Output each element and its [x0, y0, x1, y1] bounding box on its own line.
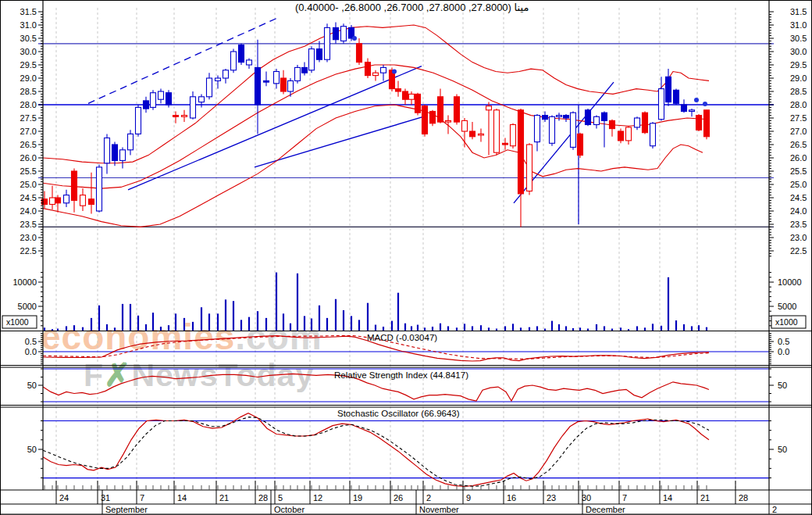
candle — [215, 78, 221, 80]
candle — [704, 110, 710, 137]
svg-text:23: 23 — [547, 493, 556, 502]
svg-text:10000: 10000 — [778, 277, 802, 287]
candle — [89, 199, 94, 205]
svg-text:23.0: 23.0 — [790, 233, 807, 242]
svg-text:27.0: 27.0 — [20, 127, 37, 136]
svg-text:25.5: 25.5 — [790, 166, 807, 176]
svg-text:5000: 5000 — [778, 302, 796, 311]
svg-text:0.0: 0.0 — [778, 347, 789, 356]
svg-text:22.5: 22.5 — [790, 246, 807, 256]
svg-text:24.0: 24.0 — [790, 206, 807, 216]
svg-text:30.5: 30.5 — [20, 34, 37, 43]
svg-text:14: 14 — [663, 493, 672, 502]
candle — [365, 63, 371, 76]
candle — [128, 134, 134, 149]
candle — [602, 113, 607, 120]
candle — [666, 77, 671, 102]
svg-text:2: 2 — [772, 505, 777, 514]
svg-text:23.5: 23.5 — [20, 220, 37, 229]
candle — [264, 80, 269, 82]
axis-ticks — [38, 12, 774, 490]
svg-text:26: 26 — [394, 493, 403, 502]
candle — [341, 27, 347, 41]
svg-text:50: 50 — [27, 381, 37, 390]
svg-text:24.5: 24.5 — [790, 193, 807, 202]
chart-window: economies.com F✗NewsToday 31.531.531.031… — [0, 0, 812, 515]
svg-text:25.5: 25.5 — [20, 166, 37, 176]
candle — [144, 101, 149, 109]
svg-text:29.5: 29.5 — [20, 60, 37, 70]
candle — [166, 93, 172, 105]
svg-text:24.5: 24.5 — [20, 193, 37, 202]
svg-text:0.5: 0.5 — [25, 337, 37, 346]
candle — [274, 72, 280, 84]
svg-text:28.0: 28.0 — [790, 100, 807, 109]
svg-text:December: December — [586, 505, 625, 514]
candle — [288, 80, 294, 91]
candle — [564, 116, 569, 118]
svg-text:29.0: 29.0 — [20, 73, 37, 83]
axis-labels: 31.531.531.031.030.530.530.030.029.529.5… — [12, 7, 807, 454]
candle — [231, 52, 237, 70]
svg-text:9: 9 — [466, 493, 471, 502]
candle — [494, 110, 500, 152]
candle — [594, 116, 600, 124]
candle — [659, 89, 664, 120]
svg-text:50: 50 — [778, 445, 787, 454]
svg-text:30.5: 30.5 — [790, 34, 807, 43]
candle — [635, 118, 640, 127]
candle — [105, 138, 110, 163]
svg-text:22.5: 22.5 — [20, 246, 37, 256]
svg-text:x1000: x1000 — [775, 317, 798, 327]
candle — [403, 91, 408, 99]
svg-text:30: 30 — [582, 493, 591, 502]
symbol-name: مينا — [515, 2, 529, 13]
candle — [586, 110, 591, 125]
candle — [543, 116, 548, 120]
candle — [430, 112, 436, 123]
candle — [446, 120, 451, 122]
volume-bars — [45, 273, 707, 331]
svg-text:31.0: 31.0 — [20, 20, 37, 30]
candle — [503, 143, 508, 145]
candle — [309, 49, 315, 70]
candle — [422, 106, 428, 134]
svg-text:30.0: 30.0 — [790, 47, 807, 56]
svg-text:21: 21 — [700, 493, 710, 502]
candle — [55, 198, 61, 203]
svg-text:November: November — [419, 505, 459, 514]
candle — [97, 167, 102, 211]
candle — [454, 97, 460, 122]
candle — [295, 67, 301, 80]
svg-text:26.5: 26.5 — [790, 140, 807, 149]
svg-text:2: 2 — [426, 493, 431, 502]
candle — [518, 110, 524, 194]
svg-text:50: 50 — [27, 445, 37, 454]
svg-text:23.0: 23.0 — [20, 233, 37, 242]
candle — [511, 125, 516, 146]
candle — [317, 49, 322, 60]
svg-text:0.5: 0.5 — [778, 337, 789, 346]
candle — [527, 145, 532, 191]
rsi-panel-title: Relative Strength Index (44.8417) — [334, 370, 468, 380]
svg-text:25.0: 25.0 — [20, 180, 37, 189]
svg-text:28.5: 28.5 — [20, 87, 37, 96]
panel-borders — [0, 0, 812, 515]
svg-text:26.0: 26.0 — [790, 153, 807, 163]
svg-text:28: 28 — [258, 493, 268, 502]
candle — [207, 78, 212, 97]
svg-text:26.5: 26.5 — [20, 140, 37, 149]
candle — [462, 120, 468, 131]
svg-text:5: 5 — [278, 493, 283, 502]
svg-text:25.0: 25.0 — [790, 180, 807, 189]
candle — [409, 94, 415, 99]
candle — [682, 105, 687, 112]
candle — [239, 45, 244, 63]
svg-text:12: 12 — [313, 493, 322, 502]
svg-text:28.5: 28.5 — [790, 87, 807, 96]
candle — [302, 67, 308, 73]
candle — [64, 195, 69, 203]
svg-text:21: 21 — [219, 493, 229, 502]
svg-text:30.0: 30.0 — [20, 47, 37, 56]
chart-canvas[interactable]: 31.531.531.031.030.530.530.030.029.529.5… — [0, 0, 812, 515]
